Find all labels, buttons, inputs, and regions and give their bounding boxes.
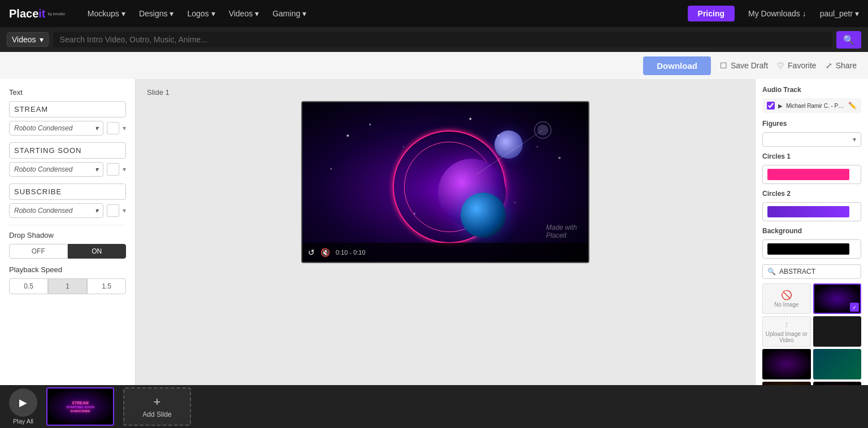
- main-layout: Text Roboto Condensed ▾ ▾ Roboto Condens…: [0, 79, 868, 385]
- text-field-subscribe[interactable]: [9, 184, 126, 200]
- figures-dropdown[interactable]: ▾: [762, 132, 861, 147]
- font-row-3: Roboto Condensed ▾ ▾: [9, 203, 126, 218]
- speed-1-5-button[interactable]: 1.5: [87, 278, 126, 294]
- speed-0-5-button[interactable]: 0.5: [9, 278, 48, 294]
- drop-shadow-title: Drop Shadow: [9, 231, 126, 239]
- nav-logos[interactable]: Logos ▾: [187, 9, 215, 18]
- svg-point-12: [537, 124, 549, 136]
- circles2-color-block: [767, 206, 849, 217]
- font-select-1[interactable]: Roboto Condensed ▾: [9, 121, 103, 136]
- bg-pink[interactable]: [813, 382, 862, 385]
- watermark: Made withPlaceit: [546, 224, 577, 239]
- toggle-off-button[interactable]: OFF: [9, 244, 68, 259]
- user-menu[interactable]: paul_petr ▾: [820, 9, 859, 18]
- font-select-3[interactable]: Roboto Condensed ▾: [9, 203, 103, 218]
- center-canvas: Slide 1: [136, 79, 755, 385]
- particles: [302, 102, 588, 262]
- search-input[interactable]: [53, 32, 832, 47]
- right-panel: Audio Track ▶ Michael Ramir C. - Party C…: [755, 79, 868, 385]
- save-draft-button[interactable]: ☐ Save Draft: [720, 61, 768, 70]
- share-button[interactable]: ⤢ Share: [826, 61, 857, 70]
- slide-thumbnail-1[interactable]: STREAMSTARTING SOONSUBSCRIBE: [46, 387, 114, 426]
- add-slide-label: Add Slide: [142, 410, 171, 418]
- bg-no-image[interactable]: 🚫 No Image: [762, 283, 811, 314]
- svg-line-10: [476, 130, 542, 174]
- nav-videos[interactable]: Videos ▾: [229, 9, 259, 18]
- svg-point-0: [346, 134, 349, 137]
- circles2-color-dropdown[interactable]: ▾: [762, 202, 861, 221]
- font-row-1: Roboto Condensed ▾ ▾: [9, 121, 126, 136]
- background-color-dropdown[interactable]: ▾: [762, 239, 861, 259]
- search-button[interactable]: 🔍: [836, 31, 861, 49]
- bg-search-box: 🔍: [762, 264, 861, 279]
- bg-gold[interactable]: [762, 382, 811, 385]
- play-all-wrap: ▶ Play All: [9, 388, 37, 425]
- text-field-starting-soon[interactable]: [9, 142, 126, 159]
- text-field-stream[interactable]: [9, 101, 126, 117]
- svg-point-4: [497, 135, 499, 137]
- bg-dark[interactable]: [813, 316, 862, 347]
- pricing-button[interactable]: Pricing: [688, 6, 735, 21]
- my-downloads-button[interactable]: My Downloads ↓: [748, 9, 806, 18]
- video-preview: Made withPlaceit ↺ 🔇 0:10 - 0:10: [301, 101, 589, 263]
- svg-point-7: [558, 157, 561, 159]
- svg-point-8: [414, 213, 415, 215]
- background-title: Background: [762, 227, 861, 235]
- bg-grid: 🚫 No Image ✓ ↑ Upload Image or Video: [762, 283, 861, 385]
- audio-track-row: ▶ Michael Ramir C. - Party Creat... ✏️: [762, 98, 861, 113]
- bg-purple-glow[interactable]: [762, 349, 811, 379]
- drop-shadow-toggle: OFF ON: [9, 244, 126, 259]
- bg-selected[interactable]: ✓: [813, 283, 862, 314]
- add-slide-button[interactable]: + Add Slide: [123, 387, 191, 426]
- favorite-button[interactable]: ♡ Favorite: [777, 61, 817, 70]
- search-type-select[interactable]: Videos ▾: [7, 32, 49, 47]
- bg-grid-container: 🚫 No Image ✓ ↑ Upload Image or Video: [762, 283, 861, 385]
- audio-play-button[interactable]: ▶: [778, 103, 783, 109]
- bg-search-input[interactable]: [779, 268, 856, 276]
- slide-thumb-content: STREAMSTARTING SOONSUBSCRIBE: [47, 388, 113, 425]
- font-select-2[interactable]: Roboto Condensed ▾: [9, 162, 103, 177]
- slide-label: Slide 1: [147, 88, 170, 97]
- logo-text: Placeit: [9, 7, 45, 20]
- figures-title: Figures: [762, 120, 861, 128]
- circles1-color-dropdown[interactable]: ▾: [762, 165, 861, 184]
- svg-point-5: [537, 146, 538, 147]
- playback-speed-title: Playback Speed: [9, 265, 126, 274]
- audio-track-title: Audio Track: [762, 86, 861, 94]
- audio-edit-icon[interactable]: ✏️: [848, 102, 857, 110]
- bg-upload[interactable]: ↑ Upload Image or Video: [762, 316, 811, 347]
- color-swatch-1[interactable]: [107, 122, 119, 134]
- svg-point-9: [514, 202, 515, 203]
- svg-point-1: [369, 124, 371, 125]
- svg-point-3: [469, 118, 471, 120]
- download-button[interactable]: Download: [643, 56, 711, 75]
- color-swatch-3[interactable]: [107, 204, 119, 217]
- svg-point-2: [403, 146, 404, 147]
- nav-gaming[interactable]: Gaming ▾: [272, 9, 306, 18]
- logo-subtext: by envato: [47, 12, 64, 16]
- text-section-title: Text: [9, 88, 126, 97]
- left-panel: Text Roboto Condensed ▾ ▾ Roboto Condens…: [0, 79, 136, 385]
- circles1-title: Circles 1: [762, 152, 861, 160]
- audio-title: Michael Ramir C. - Party Creat...: [786, 103, 845, 109]
- time-display: 0:10 - 0:10: [336, 249, 366, 256]
- circles2-title: Circles 2: [762, 190, 861, 198]
- svg-point-6: [330, 168, 332, 170]
- bg-teal[interactable]: [813, 349, 862, 379]
- color-swatch-2[interactable]: [107, 163, 119, 176]
- play-all-button[interactable]: ▶: [9, 388, 37, 417]
- speed-1-button[interactable]: 1: [48, 278, 87, 294]
- nav-designs[interactable]: Designs ▾: [139, 9, 174, 18]
- toggle-on-button[interactable]: ON: [68, 244, 127, 259]
- nav-mockups[interactable]: Mockups ▾: [88, 9, 125, 18]
- circles1-color-block: [767, 169, 849, 180]
- mute-button[interactable]: 🔇: [320, 248, 330, 257]
- search-bar: Videos ▾ 🔍: [0, 27, 868, 52]
- top-nav: Placeit by envato Mockups ▾ Designs ▾ Lo…: [0, 0, 868, 27]
- action-bar: Download ☐ Save Draft ♡ Favorite ⤢ Share: [0, 52, 868, 79]
- audio-checkbox[interactable]: [767, 102, 775, 110]
- logo: Placeit by envato: [9, 7, 65, 20]
- bottom-strip: ▶ Play All STREAMSTARTING SOONSUBSCRIBE …: [0, 385, 868, 428]
- replay-button[interactable]: ↺: [308, 248, 315, 257]
- play-all-label: Play All: [13, 418, 33, 425]
